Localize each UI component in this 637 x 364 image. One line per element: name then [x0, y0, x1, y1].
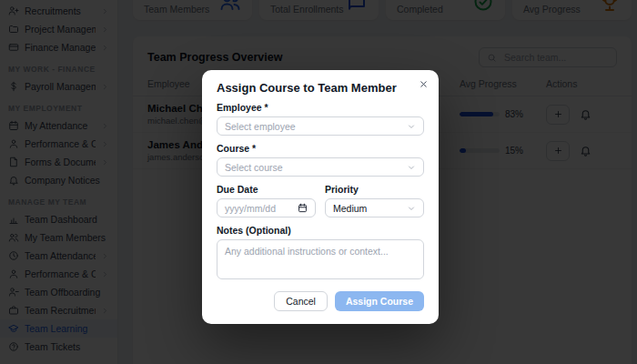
priority-select[interactable]: Medium	[325, 198, 424, 217]
due-date-input[interactable]: yyyy/mm/dd	[217, 198, 316, 217]
assign-course-button[interactable]: Assign Course	[335, 291, 424, 311]
assign-course-modal: Assign Course to Team Member Employee * …	[202, 70, 439, 324]
close-button[interactable]	[417, 77, 430, 91]
chevron-down-icon	[407, 204, 416, 213]
due-date-placeholder: yyyy/mm/dd	[225, 203, 276, 214]
close-icon	[419, 79, 429, 89]
priority-selected-value: Medium	[333, 203, 367, 214]
chevron-down-icon	[407, 163, 416, 172]
course-select[interactable]: Select course	[217, 157, 424, 177]
priority-label: Priority	[325, 184, 424, 195]
employee-select[interactable]: Select employee	[217, 116, 424, 136]
employee-select-placeholder: Select employee	[225, 121, 296, 132]
due-date-label: Due Date	[217, 184, 316, 195]
course-field-label: Course *	[217, 143, 424, 154]
chevron-down-icon	[407, 122, 416, 131]
notes-label: Notes (Optional)	[217, 225, 424, 236]
course-select-placeholder: Select course	[225, 162, 283, 173]
modal-title: Assign Course to Team Member	[217, 81, 424, 95]
cancel-button[interactable]: Cancel	[274, 291, 328, 311]
notes-textarea[interactable]	[217, 239, 424, 279]
calendar-icon	[298, 203, 308, 213]
employee-field-label: Employee *	[217, 102, 424, 113]
